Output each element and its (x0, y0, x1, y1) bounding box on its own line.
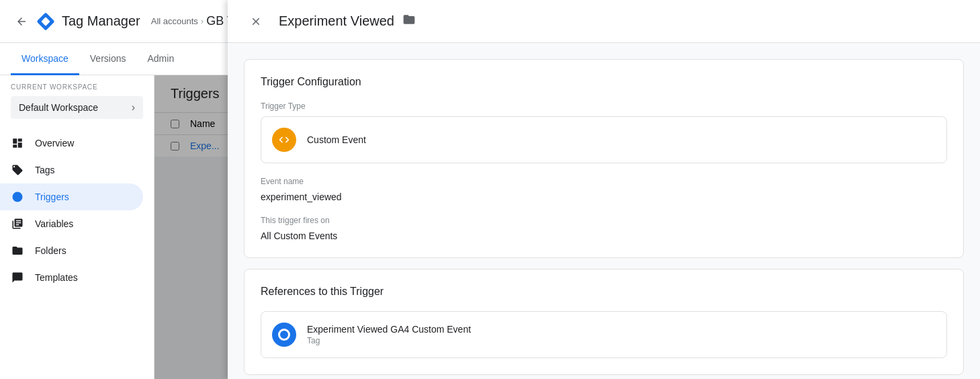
sidebar-item-overview[interactable]: Overview (0, 130, 143, 157)
sidebar-item-variables[interactable]: Variables (0, 210, 143, 237)
tab-versions[interactable]: Versions (79, 43, 137, 75)
folders-icon (11, 244, 24, 257)
sidebar-item-templates[interactable]: Templates (0, 264, 143, 291)
trigger-type-selector[interactable]: Custom Event (261, 116, 947, 163)
workspace-section-label: CURRENT WORKSPACE (11, 83, 143, 91)
sidebar-item-overview-label: Overview (35, 138, 74, 149)
sidebar-item-triggers[interactable]: Triggers (0, 183, 143, 210)
sidebar-item-triggers-label: Triggers (35, 192, 69, 202)
trigger-type-value: Custom Event (307, 134, 366, 145)
back-button[interactable] (11, 11, 32, 32)
sidebar-item-folders-label: Folders (35, 245, 66, 256)
trigger-config-card: Trigger Configuration Trigger Type Custo… (244, 59, 964, 258)
event-name-label: Event name (261, 177, 947, 186)
sidebar-item-folders[interactable]: Folders (0, 237, 143, 264)
ref-info: Experiment Viewed GA4 Custom Event Tag (307, 324, 471, 345)
ref-type: Tag (307, 336, 471, 345)
fires-on-label: This trigger fires on (261, 216, 947, 225)
ref-name: Experiment Viewed GA4 Custom Event (307, 324, 471, 335)
tab-admin[interactable]: Admin (136, 43, 185, 75)
drawer-content: Trigger Configuration Trigger Type Custo… (228, 43, 980, 379)
trigger-type-field: Trigger Type Custom Event (261, 101, 947, 163)
event-name-value: experiment_viewed (261, 192, 947, 202)
reference-item[interactable]: Experiment Viewed GA4 Custom Event Tag (261, 311, 947, 358)
custom-event-icon (272, 128, 296, 152)
sidebar: CURRENT WORKSPACE Default Workspace › Ov… (0, 75, 154, 379)
sidebar-item-tags[interactable]: Tags (0, 157, 143, 183)
sidebar-item-templates-label: Templates (35, 272, 78, 283)
tab-workspace[interactable]: Workspace (11, 43, 79, 75)
workspace-name: Default Workspace (19, 102, 98, 113)
drawer-title: Experiment Viewed (279, 13, 394, 29)
templates-icon (11, 271, 24, 284)
trigger-drawer: Experiment Viewed Trigger Configuration … (228, 0, 980, 379)
fires-on-field: This trigger fires on All Custom Events (261, 216, 947, 241)
trigger-type-label: Trigger Type (261, 101, 947, 111)
drawer-folder-icon[interactable] (402, 13, 416, 30)
breadcrumb-all-accounts[interactable]: All accounts (151, 16, 198, 26)
event-name-field: Event name experiment_viewed (261, 177, 947, 202)
ref-tag-icon (272, 323, 296, 347)
drawer-close-button[interactable] (244, 9, 268, 34)
sidebar-item-variables-label: Variables (35, 218, 73, 229)
trigger-config-title: Trigger Configuration (261, 76, 947, 88)
drawer-header: Experiment Viewed (228, 0, 980, 43)
workspace-selector[interactable]: Default Workspace › (11, 96, 143, 119)
triggers-icon (11, 190, 24, 204)
workspace-chevron-icon: › (132, 101, 135, 114)
workspace-section: CURRENT WORKSPACE Default Workspace › (0, 75, 154, 124)
app-logo (35, 11, 56, 32)
sidebar-item-tags-label: Tags (35, 165, 55, 175)
svg-point-2 (13, 192, 23, 202)
tags-icon (11, 163, 24, 177)
variables-icon (11, 217, 24, 230)
overview-icon (11, 136, 24, 150)
breadcrumb-chevron: › (201, 16, 204, 26)
app-name: Tag Manager (62, 13, 140, 29)
fires-on-value: All Custom Events (261, 230, 947, 241)
references-card: References to this Trigger Experiment Vi… (244, 269, 964, 375)
ref-icon-inner (278, 329, 290, 341)
references-title: References to this Trigger (261, 286, 947, 298)
sidebar-nav: Overview Tags Triggers Var (0, 124, 154, 296)
